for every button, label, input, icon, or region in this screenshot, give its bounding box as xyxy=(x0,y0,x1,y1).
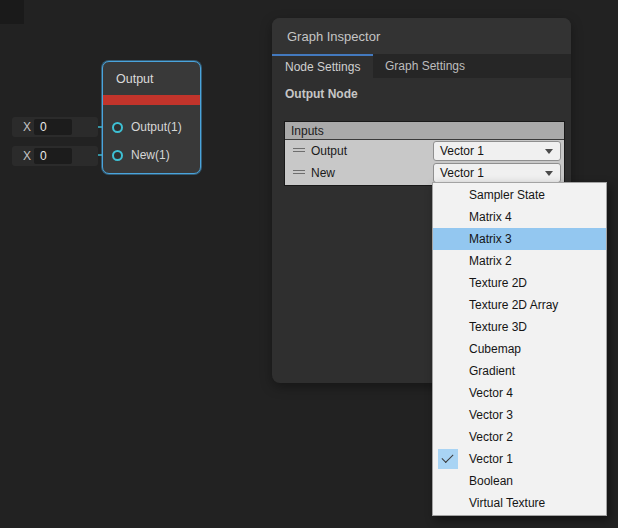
menu-item-matrix-4[interactable]: Matrix 4 xyxy=(433,206,606,228)
tab-node-settings[interactable]: Node Settings xyxy=(272,54,373,78)
corner-square xyxy=(0,0,24,24)
menu-item-texture-2d[interactable]: Texture 2D xyxy=(433,272,606,294)
input-name: Output xyxy=(311,140,347,162)
section-title: Output Node xyxy=(285,87,571,101)
menu-item-boolean[interactable]: Boolean xyxy=(433,470,606,492)
port-icon[interactable] xyxy=(112,150,123,161)
inputs-panel: Inputs Output Vector 1 New Vector 1 xyxy=(284,121,565,186)
node-color-bar xyxy=(103,95,200,105)
menu-item-texture-3d[interactable]: Texture 3D xyxy=(433,316,606,338)
tab-label: Graph Settings xyxy=(385,59,465,73)
dropdown-value: Vector 1 xyxy=(440,166,484,180)
port-row: Output(1) xyxy=(103,117,182,137)
menu-item-sampler-state[interactable]: Sampler State xyxy=(433,184,606,206)
menu-item-gradient[interactable]: Gradient xyxy=(433,360,606,382)
shader-graph-window: X 0 X 0 Output Output(1) New(1) Graph In… xyxy=(0,0,618,528)
type-dropdown[interactable]: Vector 1 xyxy=(433,141,561,161)
port-row: New(1) xyxy=(103,145,170,165)
float-value-field[interactable]: 0 xyxy=(34,148,72,164)
tab-bar: Node Settings Graph Settings xyxy=(272,54,571,78)
input-name: New xyxy=(311,162,335,184)
menu-item-vector-4[interactable]: Vector 4 xyxy=(433,382,606,404)
menu-item-vector-2[interactable]: Vector 2 xyxy=(433,426,606,448)
axis-label: X xyxy=(23,146,31,166)
inline-float-widget: X 0 xyxy=(12,146,98,166)
menu-item-cubemap[interactable]: Cubemap xyxy=(433,338,606,360)
drag-handle-icon[interactable] xyxy=(293,170,305,175)
check-icon xyxy=(438,449,458,469)
port-label: Output(1) xyxy=(131,120,182,134)
drag-handle-icon[interactable] xyxy=(293,148,305,153)
dropdown-arrow-icon xyxy=(545,149,553,154)
input-row-new: New Vector 1 xyxy=(285,162,564,184)
axis-label: X xyxy=(23,117,31,137)
menu-item-virtual-texture[interactable]: Virtual Texture xyxy=(433,492,606,514)
output-node[interactable]: Output Output(1) New(1) xyxy=(102,61,201,174)
dropdown-value: Vector 1 xyxy=(440,144,484,158)
type-dropdown-menu: Sampler State Matrix 4 Matrix 3 Matrix 2… xyxy=(432,182,607,516)
inputs-panel-header: Inputs xyxy=(285,122,564,140)
panel-header[interactable]: Graph Inspector xyxy=(272,18,571,54)
menu-item-texture-2d-array[interactable]: Texture 2D Array xyxy=(433,294,606,316)
menu-item-label: Vector 1 xyxy=(469,452,513,466)
input-row-output: Output Vector 1 xyxy=(285,140,564,162)
menu-item-matrix-3[interactable]: Matrix 3 xyxy=(433,228,606,250)
port-icon[interactable] xyxy=(112,122,123,133)
tab-graph-settings[interactable]: Graph Settings xyxy=(373,54,483,78)
node-title: Output xyxy=(103,62,200,95)
menu-item-vector-3[interactable]: Vector 3 xyxy=(433,404,606,426)
inline-float-widget: X 0 xyxy=(12,117,98,137)
tab-label: Node Settings xyxy=(285,60,360,74)
menu-item-vector-1[interactable]: Vector 1 xyxy=(433,448,606,470)
port-label: New(1) xyxy=(131,148,170,162)
panel-title: Graph Inspector xyxy=(287,29,380,44)
type-dropdown[interactable]: Vector 1 xyxy=(433,163,561,183)
dropdown-arrow-icon xyxy=(545,171,553,176)
float-value-field[interactable]: 0 xyxy=(34,119,72,135)
menu-item-matrix-2[interactable]: Matrix 2 xyxy=(433,250,606,272)
